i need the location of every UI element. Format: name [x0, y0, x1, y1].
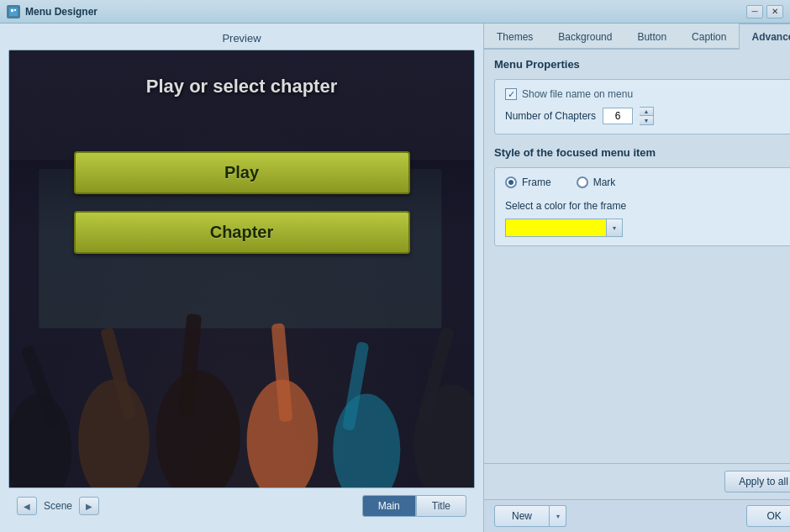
main-container: Preview: [0, 24, 790, 532]
play-button[interactable]: Play: [74, 151, 410, 194]
focus-style-radio-row: Frame Mark: [505, 176, 790, 188]
num-chapters-label: Number of Chapters: [505, 110, 596, 122]
radio-mark-label: Mark: [593, 176, 616, 188]
menu-buttons: Play Chapter: [74, 151, 410, 254]
svg-rect-1: [11, 9, 13, 12]
show-filename-label: Show file name on menu: [522, 88, 633, 100]
preview-label: Preview: [8, 32, 475, 45]
right-bottom-bar: Apply to all: [484, 463, 790, 499]
radio-frame-circle: [505, 176, 517, 188]
color-picker-row: ▾: [505, 219, 790, 237]
nav-controls: ◀ Scene ▶: [17, 497, 99, 515]
spinner-up[interactable]: ▲: [640, 108, 653, 116]
apply-to-all-button[interactable]: Apply to all: [724, 471, 790, 492]
new-button[interactable]: New: [494, 505, 550, 527]
color-select-label: Select a color for the frame: [505, 200, 790, 212]
tab-title[interactable]: Title: [416, 495, 466, 517]
prev-scene-button[interactable]: ◀: [17, 497, 37, 515]
window-controls: ─ ✕: [746, 5, 783, 18]
tab-advanced[interactable]: Advanced: [739, 24, 790, 50]
new-dropdown-button[interactable]: ▾: [550, 505, 566, 527]
tabs-bar: Themes Background Button Caption Advance…: [484, 24, 790, 50]
focus-style-box: Frame Mark Select a color for the frame …: [494, 167, 790, 246]
close-button[interactable]: ✕: [766, 5, 783, 18]
focus-style-title: Style of the focused menu item: [494, 146, 790, 159]
chapter-button[interactable]: Chapter: [74, 211, 410, 254]
footer-bar: New ▾ OK: [484, 499, 790, 532]
svg-rect-2: [14, 9, 16, 11]
titlebar: Menu Designer ─ ✕: [0, 0, 790, 24]
num-chapters-spinner: ▲ ▼: [640, 107, 654, 125]
minimize-button[interactable]: ─: [746, 5, 763, 18]
show-filename-checkbox[interactable]: ✓: [505, 88, 517, 100]
num-chapters-input[interactable]: [603, 108, 633, 124]
view-tab-group: Main Title: [362, 495, 466, 517]
color-swatch[interactable]: [505, 219, 606, 237]
radio-mark[interactable]: Mark: [577, 176, 616, 188]
left-panel: Preview: [0, 24, 483, 532]
show-filename-row: ✓ Show file name on menu: [505, 88, 790, 100]
right-panel: Themes Background Button Caption Advance…: [483, 24, 790, 532]
next-scene-button[interactable]: ▶: [79, 497, 99, 515]
num-chapters-row: Number of Chapters ▲ ▼: [505, 107, 790, 125]
preview-title: Play or select chapter: [9, 76, 474, 97]
window-title: Menu Designer: [25, 6, 746, 18]
scene-label: Scene: [44, 500, 72, 512]
tab-themes[interactable]: Themes: [484, 24, 545, 50]
bottom-controls: ◀ Scene ▶ Main Title: [8, 488, 475, 524]
spinner-down[interactable]: ▼: [640, 116, 653, 124]
menu-properties-box: ✓ Show file name on menu Number of Chapt…: [494, 79, 790, 134]
menu-properties-title: Menu Properties: [494, 58, 790, 71]
tab-button[interactable]: Button: [624, 24, 679, 50]
radio-frame[interactable]: Frame: [505, 176, 551, 188]
tab-main[interactable]: Main: [362, 495, 416, 517]
radio-frame-label: Frame: [522, 176, 551, 188]
tab-background[interactable]: Background: [545, 24, 624, 50]
tab-caption[interactable]: Caption: [679, 24, 739, 50]
right-content: Menu Properties ✓ Show file name on menu…: [484, 50, 790, 463]
color-dropdown-button[interactable]: ▾: [606, 219, 623, 237]
app-icon: [7, 5, 20, 18]
new-btn-group: New ▾: [494, 505, 566, 527]
preview-area: Play or select chapter Play Chapter: [8, 50, 475, 488]
radio-mark-circle: [577, 176, 588, 188]
ok-button[interactable]: OK: [746, 505, 791, 527]
